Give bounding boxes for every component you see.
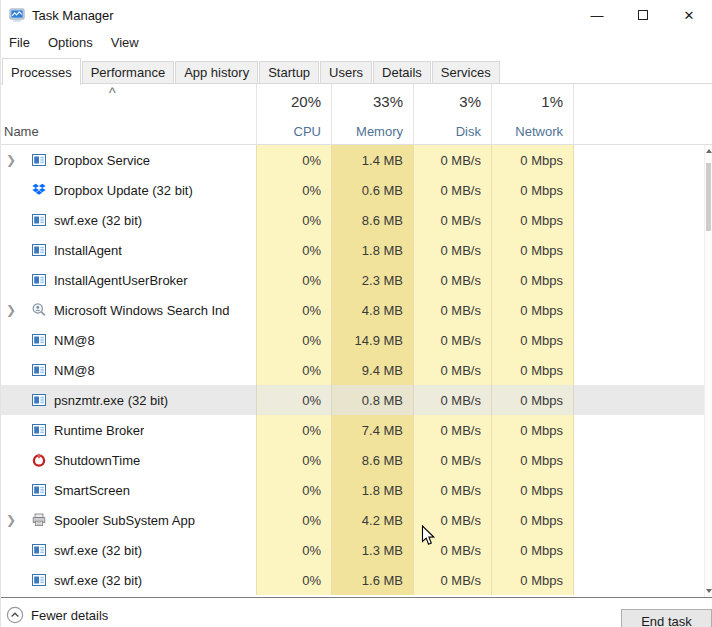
close-button[interactable]: ✕ xyxy=(666,0,712,30)
fewer-details-toggle[interactable]: Fewer details xyxy=(6,606,108,624)
default-app-icon xyxy=(31,482,47,498)
process-name: psnzmtr.exe (32 bit) xyxy=(54,393,168,408)
table-row[interactable]: ShutdownTime 0% 8.6 MB 0 MB/s 0 Mbps xyxy=(1,445,712,475)
cpu-value: 0% xyxy=(256,505,331,535)
column-header-network[interactable]: 1% Network xyxy=(491,84,574,144)
disk-value: 0 MB/s xyxy=(413,385,491,415)
table-row[interactable]: psnzmtr.exe (32 bit) 0% 0.8 MB 0 MB/s 0 … xyxy=(1,385,712,415)
table-row[interactable]: ❯ Dropbox Service 0% 1.4 MB 0 MB/s 0 Mbp… xyxy=(1,145,712,175)
minimize-button[interactable]: — xyxy=(574,0,620,30)
process-name: InstallAgent xyxy=(54,243,122,258)
tab-users[interactable]: Users xyxy=(320,61,372,84)
table-row[interactable]: swf.exe (32 bit) 0% 1.3 MB 0 MB/s 0 Mbps xyxy=(1,535,712,565)
default-app-icon xyxy=(31,422,47,438)
end-task-button[interactable]: End task xyxy=(621,609,712,627)
table-row[interactable]: ❯ Microsoft Windows Search Inde... 0% 4.… xyxy=(1,295,712,325)
network-value: 0 Mbps xyxy=(491,445,574,475)
tab-details[interactable]: Details xyxy=(373,61,431,84)
table-row[interactable]: NM@8 0% 9.4 MB 0 MB/s 0 Mbps xyxy=(1,355,712,385)
table-row[interactable]: swf.exe (32 bit) 0% 8.6 MB 0 MB/s 0 Mbps xyxy=(1,205,712,235)
network-value: 0 Mbps xyxy=(491,235,574,265)
process-name: Microsoft Windows Search Inde... xyxy=(54,303,229,318)
network-total-usage: 1% xyxy=(492,93,573,110)
network-value: 0 Mbps xyxy=(491,415,574,445)
network-column-label: Network xyxy=(515,124,563,139)
cpu-value: 0% xyxy=(256,295,331,325)
expand-chevron-icon[interactable]: ❯ xyxy=(1,154,21,166)
disk-value: 0 MB/s xyxy=(413,295,491,325)
table-row[interactable]: SmartScreen 0% 1.8 MB 0 MB/s 0 Mbps xyxy=(1,475,712,505)
disk-value: 0 MB/s xyxy=(413,175,491,205)
network-value: 0 Mbps xyxy=(491,475,574,505)
default-app-icon xyxy=(31,152,47,168)
cpu-value: 0% xyxy=(256,565,331,595)
disk-value: 0 MB/s xyxy=(413,535,491,565)
maximize-button[interactable] xyxy=(620,0,666,30)
memory-value: 14.9 MB xyxy=(331,325,413,355)
table-row[interactable]: Dropbox Update (32 bit) 0% 0.6 MB 0 MB/s… xyxy=(1,175,712,205)
memory-value: 9.4 MB xyxy=(331,355,413,385)
default-app-icon xyxy=(31,242,47,258)
memory-value: 1.3 MB xyxy=(331,535,413,565)
disk-value: 0 MB/s xyxy=(413,565,491,595)
memory-value: 2.3 MB xyxy=(331,265,413,295)
memory-value: 7.4 MB xyxy=(331,415,413,445)
column-header-disk[interactable]: 3% Disk xyxy=(413,84,491,144)
disk-value: 0 MB/s xyxy=(413,235,491,265)
scroll-up-icon[interactable] xyxy=(706,149,712,153)
cpu-total-usage: 20% xyxy=(257,93,331,110)
tab-services[interactable]: Services xyxy=(432,61,500,84)
table-row[interactable]: InstallAgentUserBroker 0% 2.3 MB 0 MB/s … xyxy=(1,265,712,295)
power-icon xyxy=(31,452,47,468)
disk-total-usage: 3% xyxy=(414,93,491,110)
process-name: ShutdownTime xyxy=(54,453,140,468)
network-value: 0 Mbps xyxy=(491,565,574,595)
table-row[interactable]: Runtime Broker 0% 7.4 MB 0 MB/s 0 Mbps xyxy=(1,415,712,445)
process-name: Spooler SubSystem App xyxy=(54,513,195,528)
tab-performance[interactable]: Performance xyxy=(82,61,174,84)
tab-startup[interactable]: Startup xyxy=(259,61,319,84)
tab-processes[interactable]: Processes xyxy=(2,58,81,85)
table-row[interactable]: NM@8 0% 14.9 MB 0 MB/s 0 Mbps xyxy=(1,325,712,355)
column-header-name[interactable]: ^ Name xyxy=(1,84,256,144)
task-manager-window: { "window": { "title": "Task Manager", "… xyxy=(0,0,712,627)
expand-chevron-icon[interactable]: ❯ xyxy=(1,514,21,526)
network-value: 0 Mbps xyxy=(491,505,574,535)
network-value: 0 Mbps xyxy=(491,205,574,235)
cpu-value: 0% xyxy=(256,445,331,475)
cpu-value: 0% xyxy=(256,235,331,265)
network-value: 0 Mbps xyxy=(491,295,574,325)
scrollbar-thumb[interactable] xyxy=(706,163,711,231)
expand-chevron-icon[interactable]: ❯ xyxy=(1,304,21,316)
memory-value: 1.8 MB xyxy=(331,475,413,505)
default-app-icon xyxy=(31,542,47,558)
column-header-memory[interactable]: 33% Memory xyxy=(331,84,413,144)
disk-value: 0 MB/s xyxy=(413,415,491,445)
network-value: 0 Mbps xyxy=(491,175,574,205)
menu-file[interactable]: File xyxy=(5,33,39,52)
process-name: InstallAgentUserBroker xyxy=(54,273,188,288)
scroll-down-icon[interactable] xyxy=(706,589,712,593)
network-value: 0 Mbps xyxy=(491,535,574,565)
table-row[interactable]: ❯ Spooler SubSystem App 0% 4.2 MB 0 MB/s… xyxy=(1,505,712,535)
tab-app-history[interactable]: App history xyxy=(175,61,258,84)
process-list: ❯ Dropbox Service 0% 1.4 MB 0 MB/s 0 Mbp… xyxy=(1,145,712,597)
cpu-value: 0% xyxy=(256,175,331,205)
memory-value: 4.2 MB xyxy=(331,505,413,535)
column-header-cpu[interactable]: 20% CPU xyxy=(256,84,331,144)
search-indexer-icon xyxy=(31,302,47,318)
network-value: 0 Mbps xyxy=(491,325,574,355)
table-row[interactable]: swf.exe (32 bit) 0% 1.6 MB 0 MB/s 0 Mbps xyxy=(1,565,712,595)
disk-column-label: Disk xyxy=(456,124,481,139)
memory-value: 8.6 MB xyxy=(331,205,413,235)
network-value: 0 Mbps xyxy=(491,355,574,385)
memory-column-label: Memory xyxy=(356,124,403,139)
menu-view[interactable]: View xyxy=(102,33,148,52)
menu-options[interactable]: Options xyxy=(39,33,102,52)
memory-value: 0.6 MB xyxy=(331,175,413,205)
task-manager-icon xyxy=(9,7,25,23)
default-app-icon xyxy=(31,272,47,288)
network-value: 0 Mbps xyxy=(491,385,574,415)
table-row[interactable]: InstallAgent 0% 1.8 MB 0 MB/s 0 Mbps xyxy=(1,235,712,265)
vertical-scrollbar[interactable] xyxy=(704,145,712,597)
